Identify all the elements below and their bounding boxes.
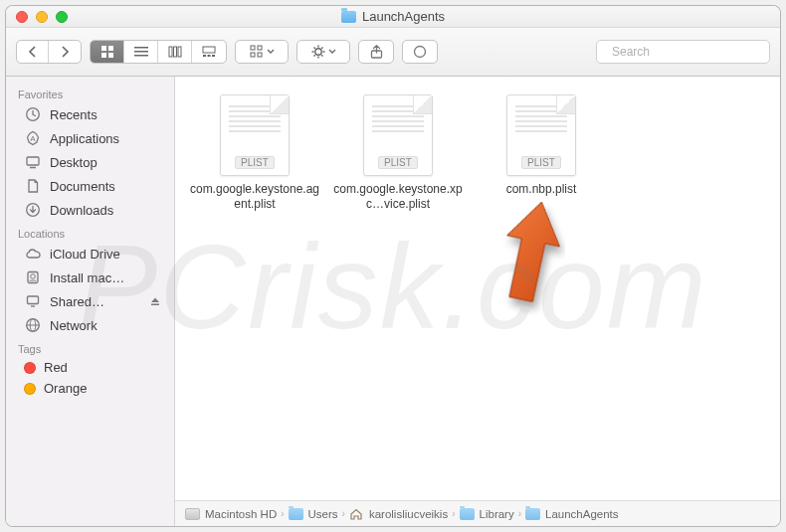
arrange-button[interactable] [235, 40, 289, 64]
svg-rect-9 [178, 47, 181, 57]
svg-rect-8 [173, 47, 176, 57]
sidebar-section-tags: Tags [6, 337, 174, 357]
disk-icon [24, 268, 42, 286]
sidebar-item-shared[interactable]: Shared… [6, 289, 174, 313]
svg-rect-13 [212, 55, 215, 57]
path-crumb[interactable]: LaunchAgents [525, 508, 619, 520]
minimize-button[interactable] [36, 11, 48, 23]
back-button[interactable] [17, 41, 49, 63]
svg-point-28 [415, 47, 426, 58]
svg-rect-38 [30, 280, 37, 282]
search-field[interactable] [596, 40, 770, 64]
svg-rect-10 [203, 47, 215, 53]
sidebar-item-label: Downloads [50, 203, 164, 218]
maximize-button[interactable] [56, 11, 68, 23]
svg-line-25 [313, 55, 314, 56]
path-crumb[interactable]: Users [289, 508, 338, 520]
file-name: com.nbp.plist [506, 182, 577, 197]
svg-rect-0 [101, 46, 106, 51]
svg-rect-6 [134, 55, 148, 57]
file-name: com.google.keystone.agent.plist [189, 182, 320, 212]
sidebar-item-disk[interactable]: Install mac… [6, 266, 174, 289]
sidebar-item-network[interactable]: Network [6, 313, 174, 337]
gallery-view-button[interactable] [192, 41, 226, 63]
desktop-icon [24, 153, 42, 171]
svg-rect-39 [28, 296, 39, 304]
sidebar-item-icloud[interactable]: iCloud Drive [6, 242, 174, 266]
window-title: LaunchAgents [6, 9, 780, 24]
tag-orange-icon [24, 383, 36, 395]
forward-button[interactable] [49, 41, 81, 63]
svg-rect-5 [134, 51, 148, 53]
svg-rect-1 [108, 46, 113, 51]
list-view-button[interactable] [124, 41, 158, 63]
sidebar-section-locations: Locations [6, 222, 174, 242]
search-input[interactable] [612, 45, 761, 59]
path-crumb[interactable]: Library [460, 508, 514, 520]
svg-point-18 [314, 49, 320, 55]
svg-text:A: A [30, 134, 36, 143]
traffic-lights [16, 11, 68, 23]
svg-rect-7 [169, 47, 172, 57]
file-item[interactable]: PLIST com.google.keystone.xpc…vice.plist [328, 90, 468, 216]
folder-icon [460, 508, 475, 520]
sidebar-item-label: Network [50, 318, 164, 333]
sidebar-item-label: Red [44, 360, 164, 375]
sidebar: Favorites Recents A Applications Desktop… [6, 77, 175, 526]
sidebar-item-label: Orange [44, 381, 164, 396]
svg-line-23 [313, 48, 314, 49]
action-button[interactable] [296, 40, 350, 64]
svg-line-24 [321, 55, 322, 56]
home-icon [349, 508, 364, 520]
sidebar-item-label: Documents [50, 179, 164, 194]
path-crumb[interactable]: Macintosh HD [185, 508, 277, 520]
svg-rect-14 [251, 46, 255, 50]
folder-icon [525, 508, 540, 520]
svg-rect-33 [27, 157, 39, 165]
folder-icon [289, 508, 303, 520]
file-name: com.google.keystone.xpc…vice.plist [332, 182, 464, 212]
document-icon [24, 177, 42, 195]
chevron-right-icon: › [452, 508, 455, 519]
path-crumb[interactable]: karolisliucveikis [349, 508, 448, 520]
svg-rect-16 [251, 53, 255, 57]
eject-icon[interactable] [146, 292, 164, 310]
nav-buttons [16, 40, 82, 64]
close-button[interactable] [16, 11, 28, 23]
folder-icon [341, 11, 356, 23]
clock-icon [24, 105, 42, 123]
svg-point-29 [605, 52, 606, 53]
plist-file-icon: PLIST [506, 94, 576, 176]
svg-rect-11 [203, 55, 206, 57]
file-item[interactable]: PLIST com.google.keystone.agent.plist [185, 90, 324, 216]
sidebar-item-recents[interactable]: Recents [6, 102, 174, 126]
chevron-right-icon: › [342, 508, 345, 519]
icon-view-button[interactable] [91, 41, 124, 63]
svg-rect-3 [108, 53, 113, 58]
svg-rect-12 [208, 55, 211, 57]
sidebar-item-desktop[interactable]: Desktop [6, 150, 174, 174]
sidebar-item-tag-red[interactable]: Red [6, 357, 174, 378]
svg-rect-4 [134, 47, 148, 49]
plist-file-icon: PLIST [220, 94, 290, 176]
sidebar-item-label: Recents [50, 107, 164, 122]
cloud-icon [24, 245, 42, 263]
sidebar-section-favorites: Favorites [6, 83, 174, 102]
tag-red-icon [24, 362, 36, 374]
view-mode-buttons [90, 40, 227, 64]
app-icon: A [24, 129, 42, 147]
icon-grid[interactable]: PLIST com.google.keystone.agent.plist PL… [175, 77, 780, 500]
finder-window: LaunchAgents [6, 6, 780, 526]
sidebar-item-documents[interactable]: Documents [6, 174, 174, 198]
sidebar-item-downloads[interactable]: Downloads [6, 198, 174, 222]
file-item[interactable]: PLIST com.nbp.plist [472, 90, 611, 216]
share-button[interactable] [358, 40, 394, 64]
harddrive-icon [185, 508, 200, 520]
svg-rect-2 [101, 53, 106, 58]
tags-button[interactable] [402, 40, 438, 64]
path-bar: Macintosh HD › Users › karolisliucveikis… [175, 500, 780, 526]
column-view-button[interactable] [158, 41, 192, 63]
sidebar-item-label: Applications [50, 131, 164, 146]
sidebar-item-tag-orange[interactable]: Orange [6, 378, 174, 399]
sidebar-item-applications[interactable]: A Applications [6, 126, 174, 150]
